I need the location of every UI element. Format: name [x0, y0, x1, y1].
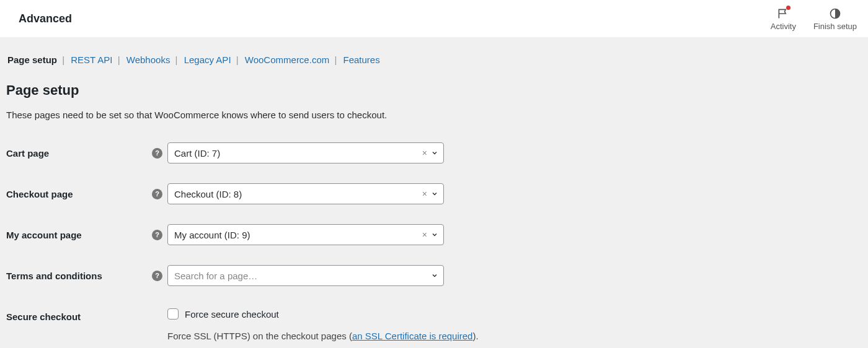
clear-icon[interactable]: × — [422, 148, 427, 158]
subnav-webhooks[interactable]: Webhooks — [126, 54, 170, 65]
subnav-rest-api[interactable]: REST API — [71, 54, 112, 65]
cart-page-label: Cart page — [6, 148, 49, 159]
help-icon[interactable]: ? — [152, 271, 162, 281]
my-account-page-select[interactable]: My account (ID: 9) × — [167, 224, 444, 245]
chevron-down-icon — [431, 231, 438, 238]
help-icon[interactable]: ? — [152, 230, 162, 240]
secure-checkout-label: Secure checkout — [6, 311, 81, 322]
force-secure-checkbox[interactable] — [167, 308, 179, 320]
checkout-page-value: Checkout (ID: 8) — [174, 189, 422, 199]
help-icon[interactable]: ? — [152, 148, 162, 159]
cart-page-value: Cart (ID: 7) — [174, 148, 422, 159]
activity-label: Activity — [771, 22, 796, 31]
terms-page-label: Terms and conditions — [6, 271, 102, 281]
my-account-page-label: My account page — [6, 230, 82, 240]
section-heading: Page setup — [6, 82, 862, 98]
notification-dot-icon — [786, 6, 790, 10]
section-description: These pages need to be set so that WooCo… — [6, 110, 862, 120]
terms-page-placeholder: Search for a page… — [174, 271, 431, 281]
subnav-page-setup[interactable]: Page setup — [7, 54, 57, 65]
subnav-legacy-api[interactable]: Legacy API — [184, 54, 231, 65]
my-account-page-value: My account (ID: 9) — [174, 230, 422, 240]
force-secure-checkbox-label: Force secure checkout — [185, 309, 279, 320]
clear-icon[interactable]: × — [422, 189, 427, 199]
checkout-page-select[interactable]: Checkout (ID: 8) × — [167, 183, 444, 204]
finish-setup-label: Finish setup — [813, 22, 857, 31]
secure-checkout-description: Force SSL (HTTPS) on the checkout pages … — [167, 331, 479, 341]
subnav-features[interactable]: Features — [343, 54, 379, 65]
cart-page-select[interactable]: Cart (ID: 7) × — [167, 142, 444, 163]
page-title: Advanced — [19, 12, 72, 25]
ssl-certificate-link[interactable]: an SSL Certificate is required — [352, 331, 473, 341]
checkout-page-label: Checkout page — [6, 189, 73, 199]
sub-navigation: Page setup | REST API | Webhooks | Legac… — [0, 46, 868, 65]
chevron-down-icon — [431, 190, 438, 198]
clear-icon[interactable]: × — [422, 230, 427, 240]
chevron-down-icon — [431, 149, 438, 157]
help-icon[interactable]: ? — [152, 189, 162, 199]
activity-button[interactable]: Activity — [771, 7, 796, 31]
chevron-down-icon — [431, 272, 438, 279]
terms-page-select[interactable]: Search for a page… — [167, 265, 444, 286]
half-circle-icon — [829, 7, 841, 20]
finish-setup-button[interactable]: Finish setup — [813, 7, 857, 31]
subnav-woocommerce-com[interactable]: WooCommerce.com — [245, 54, 329, 65]
